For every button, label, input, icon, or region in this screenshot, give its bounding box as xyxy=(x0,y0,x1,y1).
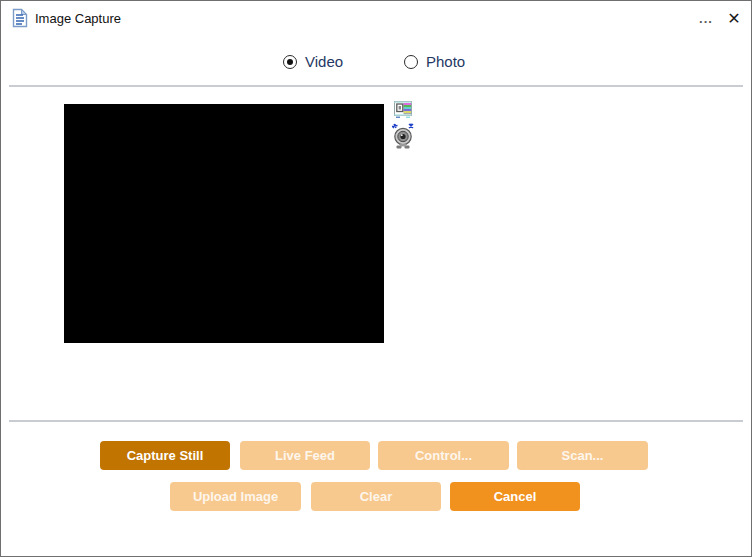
radio-video[interactable]: Video xyxy=(283,53,343,70)
capture-still-button[interactable]: Capture Still xyxy=(100,441,230,470)
webcam-select-icon[interactable] xyxy=(391,122,415,150)
close-icon[interactable]: ✕ xyxy=(721,5,747,31)
live-feed-button[interactable]: Live Feed xyxy=(240,441,370,470)
separator-top xyxy=(9,85,743,87)
display-properties-icon[interactable] xyxy=(394,101,412,118)
cancel-button[interactable]: Cancel xyxy=(450,482,580,511)
window-title: Image Capture xyxy=(35,11,121,26)
video-preview xyxy=(64,104,384,343)
scan-button[interactable]: Scan... xyxy=(517,441,648,470)
radio-photo-circle xyxy=(404,55,418,69)
image-capture-dialog: Image Capture ... ✕ Video Photo xyxy=(0,0,752,557)
radio-video-circle xyxy=(283,55,297,69)
window-more-button[interactable]: ... xyxy=(695,7,717,29)
document-icon xyxy=(11,8,29,28)
radio-photo-label: Photo xyxy=(426,53,465,70)
upload-image-button[interactable]: Upload Image xyxy=(170,482,301,511)
radio-photo[interactable]: Photo xyxy=(404,53,465,70)
separator-bottom xyxy=(9,420,743,422)
clear-button[interactable]: Clear xyxy=(311,482,441,511)
radio-video-label: Video xyxy=(305,53,343,70)
control-button[interactable]: Control... xyxy=(378,441,509,470)
